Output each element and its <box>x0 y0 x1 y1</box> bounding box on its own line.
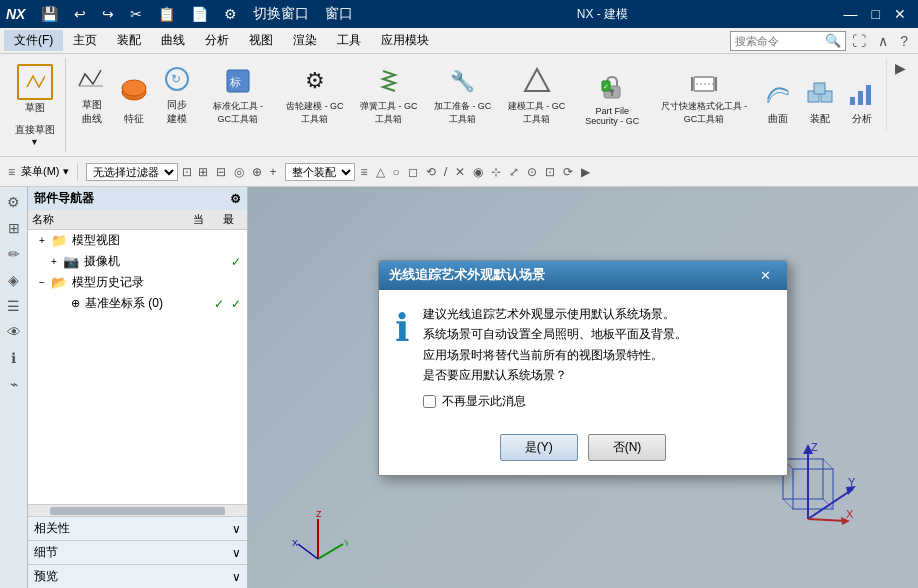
toolbar-more[interactable]: ▶ <box>889 58 912 78</box>
restore-button[interactable]: □ <box>866 4 886 24</box>
nav-section-detail[interactable]: 细节 ∨ <box>28 541 247 565</box>
save-button[interactable]: 💾 <box>35 4 64 24</box>
sync-model-button[interactable]: ↻ 同步建模 <box>156 58 196 130</box>
part-security-button[interactable]: ✓ Part File Security - GC <box>574 66 650 130</box>
feature-button[interactable]: 特征 <box>114 72 154 130</box>
menu-app[interactable]: 应用模块 <box>371 30 439 51</box>
tb2-icon19[interactable]: ▶ <box>579 164 592 180</box>
menu-tools[interactable]: 工具 <box>327 30 371 51</box>
tb-extra-4[interactable]: ⚙ <box>218 4 243 24</box>
side-icon-history[interactable]: ☰ <box>3 295 25 317</box>
menu-analysis[interactable]: 分析 <box>195 30 239 51</box>
gear-icon: ⚙ <box>298 64 332 98</box>
expander-camera[interactable]: + <box>48 256 60 267</box>
tb-switch-window[interactable]: 切换窗口 <box>247 3 315 25</box>
surface-svg <box>764 79 792 107</box>
expander-model-view[interactable]: + <box>36 235 48 246</box>
navigator-settings-icon[interactable]: ⚙ <box>230 192 241 206</box>
tb2-icon4[interactable]: ⊕ <box>250 164 264 180</box>
menu-home[interactable]: 主页 <box>63 30 107 51</box>
filter-icon: ⊡ <box>182 165 192 179</box>
nav-section-relevance[interactable]: 相关性 ∨ <box>28 517 247 541</box>
dialog-close-button[interactable]: ✕ <box>754 266 777 285</box>
menu-label[interactable]: 菜单(M) ▾ <box>21 164 69 179</box>
menu-assembly[interactable]: 装配 <box>107 30 151 51</box>
build-tools-button[interactable]: 建模工具 - GC工具箱 <box>501 60 573 130</box>
filter-select[interactable]: 无选择过滤器 <box>86 163 178 181</box>
sketch-button[interactable]: 草图 <box>11 60 59 118</box>
menu-file[interactable]: 文件(F) <box>4 30 63 51</box>
side-icon-relations[interactable]: ⌁ <box>3 373 25 395</box>
menu-icon[interactable]: ≡ <box>6 164 17 180</box>
side-icon-settings[interactable]: ⚙ <box>3 191 25 213</box>
tb2-icon14[interactable]: ⊹ <box>489 164 503 180</box>
dialog: 光线追踪艺术外观默认场景 ✕ ℹ 建议光线追踪艺术外观显示使用默认系统场景。 系… <box>378 260 788 477</box>
nav-item-camera[interactable]: + 📷 摄像机 ✓ <box>28 251 247 272</box>
search-input[interactable] <box>735 35 825 47</box>
tb2-icon11[interactable]: / <box>442 163 450 180</box>
tb2-icon15[interactable]: ⤢ <box>507 164 521 180</box>
tb2-icon8[interactable]: ○ <box>391 164 402 180</box>
side-icon-info[interactable]: ℹ <box>3 347 25 369</box>
nav-section-preview[interactable]: 预览 ∨ <box>28 565 247 588</box>
tb-extra-2[interactable]: 📋 <box>152 4 181 24</box>
expander-model-history[interactable]: − <box>36 277 48 288</box>
tb2-icon9[interactable]: ◻ <box>406 164 420 180</box>
minimize-button[interactable]: — <box>838 4 864 24</box>
spring-tools-button[interactable]: 弹簧工具 - GC工具箱 <box>353 60 425 130</box>
analysis-button[interactable]: 分析 <box>842 72 882 130</box>
nav-item-coord[interactable]: ⊕ 基准坐标系 (0) ✓ ✓ <box>28 293 247 314</box>
tb2-icon1[interactable]: ⊞ <box>196 164 210 180</box>
nav-item-model-history[interactable]: − 📂 模型历史记录 <box>28 272 247 293</box>
assembly-button[interactable]: 装配 <box>800 72 840 130</box>
tb2-icon6[interactable]: ≡ <box>359 164 370 180</box>
viewport-3d[interactable]: Z Y X Z <box>248 187 918 588</box>
side-icon-sketch[interactable]: ✏ <box>3 243 25 265</box>
redo-button[interactable]: ↪ <box>96 4 120 24</box>
tb2-icon18[interactable]: ⟳ <box>561 164 575 180</box>
menu-render[interactable]: 渲染 <box>283 30 327 51</box>
tb2-icon5[interactable]: + <box>268 164 279 180</box>
analysis-svg <box>848 79 876 107</box>
tb-window[interactable]: 窗口 <box>319 3 359 25</box>
tb2-icon17[interactable]: ⊡ <box>543 164 557 180</box>
tb-extra-3[interactable]: 📄 <box>185 4 214 24</box>
surface-button[interactable]: 曲面 <box>758 72 798 130</box>
gear-tools-button[interactable]: ⚙ 齿轮建模 - GC工具箱 <box>279 60 351 130</box>
curve-sketch-btn[interactable]: 草图曲线 <box>72 58 112 130</box>
side-icon-feature[interactable]: ◈ <box>3 269 25 291</box>
process-tools-button[interactable]: 🔧 加工准备 - GC工具箱 <box>427 60 499 130</box>
side-icon-assembly[interactable]: ⊞ <box>3 217 25 239</box>
surface-label: 曲面 <box>768 112 788 126</box>
dialog-yes-button[interactable]: 是(Y) <box>500 434 578 461</box>
std-tools-button[interactable]: 标 标准化工具 - GC工具箱 <box>199 60 277 130</box>
feature-svg <box>119 78 149 108</box>
nav-scrollbar-h[interactable] <box>28 504 247 516</box>
search-icon[interactable]: 🔍 <box>825 33 841 48</box>
nav-item-model-view[interactable]: + 📁 模型视图 <box>28 230 247 251</box>
dialog-no-button[interactable]: 否(N) <box>588 434 667 461</box>
help-button[interactable]: ? <box>894 31 914 51</box>
sketch-icon <box>17 64 53 100</box>
tb2-icon2[interactable]: ⊟ <box>214 164 228 180</box>
tb-extra-1[interactable]: ✂ <box>124 4 148 24</box>
curve-sketch-button[interactable]: 直接草图 ▼ <box>12 120 58 150</box>
dim-tools-button[interactable]: 尺寸快速格式化工具 - GC工具箱 <box>652 60 756 130</box>
svg-rect-23 <box>858 91 863 105</box>
expand-button[interactable]: ⛶ <box>846 31 872 51</box>
close-button[interactable]: ✕ <box>888 4 912 24</box>
tb2-icon7[interactable]: △ <box>374 164 387 180</box>
help-expand[interactable]: ∧ <box>872 31 894 51</box>
scope-select[interactable]: 整个装配 <box>285 163 355 181</box>
tb2-icon13[interactable]: ◉ <box>471 164 485 180</box>
tb2-icon3[interactable]: ◎ <box>232 164 246 180</box>
menu-view[interactable]: 视图 <box>239 30 283 51</box>
tb2-icon12[interactable]: ✕ <box>453 164 467 180</box>
lock-icon-svg: ✓ <box>598 73 626 101</box>
tb2-icon16[interactable]: ⊙ <box>525 164 539 180</box>
menu-curve[interactable]: 曲线 <box>151 30 195 51</box>
tb2-icon10[interactable]: ⟲ <box>424 164 438 180</box>
no-show-checkbox[interactable] <box>423 395 436 408</box>
side-icon-view[interactable]: 👁 <box>3 321 25 343</box>
undo-button[interactable]: ↩ <box>68 4 92 24</box>
